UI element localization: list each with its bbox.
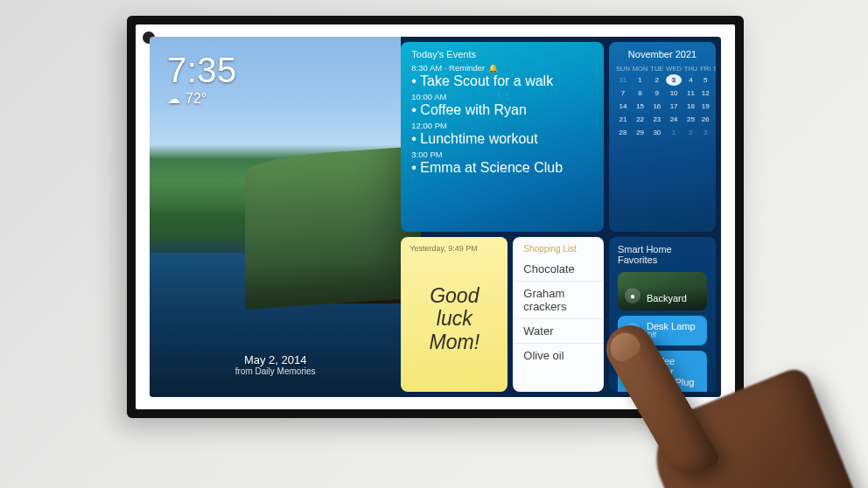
calendar-day[interactable]: 18 xyxy=(684,101,697,112)
wallpaper-meta: May 2, 2014 from Daily Memories xyxy=(235,353,316,381)
calendar-day[interactable]: 5 xyxy=(700,74,710,86)
calendar-dow: TUE xyxy=(650,65,663,73)
reminder-icon: 🔔 xyxy=(488,64,498,73)
calendar-month: November 2021 xyxy=(616,49,709,59)
calendar-day[interactable]: 13 xyxy=(713,87,716,99)
note-message: Good luck Mom! xyxy=(410,253,499,385)
event-time: 12:00 PM xyxy=(411,121,593,130)
calendar-day[interactable]: 1 xyxy=(666,127,682,138)
calendar-day[interactable]: 10 xyxy=(666,87,682,99)
calendar-day[interactable]: 4 xyxy=(684,74,697,86)
calendar-card[interactable]: November 2021 SUNMONTUEWEDTHUFRISAT31123… xyxy=(609,42,716,232)
clock-block[interactable]: 7:35 ☁ 72° xyxy=(167,52,383,107)
sticky-note-card[interactable]: Yesterday, 9:49 PM Good luck Mom! xyxy=(401,237,508,392)
event-item[interactable]: 12:00 PMLunchtime workout xyxy=(411,121,593,148)
events-title: Today's Events xyxy=(411,49,476,59)
smarthome-tile[interactable]: ⏻Coffee Maker Smart PlugOff xyxy=(618,351,707,392)
event-item[interactable]: 10:00 AMCoffee with Ryan xyxy=(411,92,593,119)
calendar-day[interactable]: 26 xyxy=(700,114,710,125)
calendar-dow: SAT xyxy=(713,65,716,73)
calendar-day[interactable]: 17 xyxy=(666,101,682,112)
calendar-day[interactable]: 2 xyxy=(650,74,663,86)
calendar-day[interactable]: 25 xyxy=(684,114,697,125)
calendar-day[interactable]: 4 xyxy=(713,127,716,138)
camera-icon: ● xyxy=(625,288,640,303)
calendar-day[interactable]: 14 xyxy=(616,101,630,112)
calendar-day[interactable]: 16 xyxy=(650,101,663,112)
smarthome-tile-text: Desk LampOff xyxy=(647,321,696,339)
calendar-day[interactable]: 22 xyxy=(633,114,648,125)
smarthome-tile-text: Coffee Maker Smart PlugOff xyxy=(647,356,700,392)
shopping-item[interactable]: Water xyxy=(513,319,604,344)
calendar-day[interactable]: 3 xyxy=(700,127,710,138)
calendar-day[interactable]: 8 xyxy=(633,87,648,99)
events-header: Today's Events xyxy=(401,42,604,61)
shopping-list: ChocolateGraham crackersWaterOlive oil xyxy=(513,257,604,367)
calendar-day[interactable]: 19 xyxy=(700,101,710,112)
event-item[interactable]: 3:00 PMEmma at Science Club xyxy=(411,150,593,177)
calendar-day[interactable]: 29 xyxy=(633,127,648,138)
note-timestamp: Yesterday, 9:49 PM xyxy=(410,244,499,253)
calendar-dow: THU xyxy=(684,65,697,73)
clock-time: 7:35 xyxy=(167,52,237,87)
calendar-day[interactable]: 31 xyxy=(616,74,630,86)
calendar-day[interactable]: 2 xyxy=(684,127,697,138)
home-screen: 7:35 ☁ 72° May 2, 2014 from Daily Memori… xyxy=(150,37,721,397)
smarthome-tile-name: Backyard xyxy=(647,293,687,303)
smarthome-tile-text: Backyard xyxy=(647,293,687,303)
wallpaper-source: from Daily Memories xyxy=(235,366,316,376)
light-icon: 💡 xyxy=(625,323,640,338)
calendar-dow: SUN xyxy=(616,65,630,73)
calendar-day[interactable]: 11 xyxy=(684,87,697,99)
event-time: 8:30 AM · Reminder🔔 xyxy=(411,63,593,73)
calendar-day[interactable]: 12 xyxy=(700,87,710,99)
smarthome-tile-status: Off xyxy=(647,331,696,339)
calendar-day[interactable]: 30 xyxy=(650,127,663,138)
calendar-day[interactable]: 28 xyxy=(616,127,630,138)
calendar-dow: WED xyxy=(666,65,682,73)
widget-grid: Today's Events 8:30 AM · Reminder🔔Take S… xyxy=(401,37,721,397)
calendar-day[interactable]: 9 xyxy=(650,87,663,99)
calendar-day[interactable]: 24 xyxy=(666,114,682,125)
calendar-dow: MON xyxy=(633,65,648,73)
weather-row[interactable]: ☁ 72° xyxy=(167,91,383,107)
event-title: Coffee with Ryan xyxy=(411,101,593,119)
smarthome-card: Smart Home Favorites ●Backyard💡Desk Lamp… xyxy=(609,237,716,392)
calendar-day[interactable]: 23 xyxy=(650,114,663,125)
smarthome-tile[interactable]: ●Backyard xyxy=(618,272,707,310)
event-title: Lunchtime workout xyxy=(411,130,593,148)
wallpaper-panel[interactable]: 7:35 ☁ 72° May 2, 2014 from Daily Memori… xyxy=(150,37,401,397)
weather-icon: ☁ xyxy=(167,91,180,107)
calendar-dow: FRI xyxy=(700,65,710,73)
calendar-grid: SUNMONTUEWEDTHUFRISAT3112345678910111213… xyxy=(616,65,709,138)
wallpaper-overlay: 7:35 ☁ 72° May 2, 2014 from Daily Memori… xyxy=(150,37,401,397)
event-title: Take Scout for a walk xyxy=(411,73,593,90)
event-item[interactable]: 8:30 AM · Reminder🔔Take Scout for a walk xyxy=(411,63,593,90)
shopping-card[interactable]: Shopping List ChocolateGraham crackersWa… xyxy=(513,237,604,392)
calendar-day[interactable]: 15 xyxy=(633,101,648,112)
event-time: 3:00 PM xyxy=(411,150,593,159)
smarthome-list: ●Backyard💡Desk LampOff⏻Coffee Maker Smar… xyxy=(618,272,707,392)
smarthome-tile[interactable]: 💡Desk LampOff xyxy=(618,316,707,345)
wallpaper-date: May 2, 2014 xyxy=(235,353,316,366)
shopping-item[interactable]: Chocolate xyxy=(513,257,604,282)
calendar-day[interactable]: 6 xyxy=(713,74,716,86)
calendar-day[interactable]: 1 xyxy=(633,74,648,86)
events-card[interactable]: Today's Events 8:30 AM · Reminder🔔Take S… xyxy=(401,42,604,232)
calendar-day[interactable]: 27 xyxy=(713,114,716,125)
plug-icon: ⏻ xyxy=(625,368,640,384)
event-time: 10:00 AM xyxy=(411,92,593,101)
shopping-item[interactable]: Olive oil xyxy=(513,344,604,367)
event-title: Emma at Science Club xyxy=(411,159,593,177)
smarthome-tile-status: Off xyxy=(647,387,700,392)
calendar-day[interactable]: 7 xyxy=(616,87,630,99)
events-list: 8:30 AM · Reminder🔔Take Scout for a walk… xyxy=(401,61,604,184)
shopping-item[interactable]: Graham crackers xyxy=(513,282,604,319)
calendar-day[interactable]: 3 xyxy=(666,74,682,86)
device-frame: 7:35 ☁ 72° May 2, 2014 from Daily Memori… xyxy=(127,16,744,418)
calendar-day[interactable]: 21 xyxy=(616,114,630,125)
device-bezel: 7:35 ☁ 72° May 2, 2014 from Daily Memori… xyxy=(136,24,735,409)
calendar-day[interactable]: 20 xyxy=(713,101,716,112)
smarthome-tile-name: Coffee Maker Smart Plug xyxy=(647,356,700,387)
shopping-header: Shopping List xyxy=(513,244,604,257)
